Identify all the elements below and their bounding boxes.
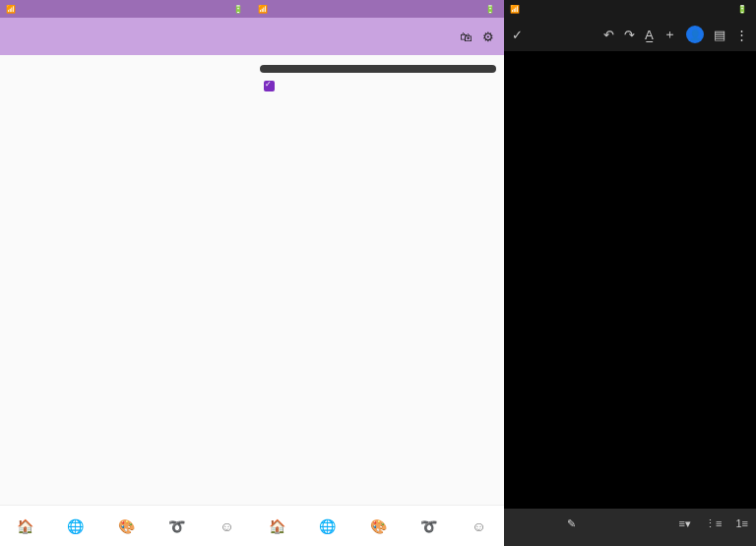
nav-emoji[interactable]: ☺	[454, 506, 504, 546]
gear-icon[interactable]: ⚙	[482, 30, 494, 44]
ui-content[interactable]	[252, 55, 504, 505]
bottom-nav: 🏠 🌐 🎨 ➰ ☺	[0, 505, 252, 546]
store-icon[interactable]: 🛍	[460, 30, 472, 44]
editor-screen: 📶 🔋 ✓ ↶ ↷ A̲ ＋ 👤 ▤ ⋮ ✎ ≡▾ ⋮≡ 1≡	[504, 0, 756, 546]
redo-icon[interactable]: ↷	[624, 28, 635, 42]
highlight-icon[interactable]: ✎	[567, 517, 576, 530]
comment-icon[interactable]: ▤	[714, 28, 725, 42]
nav-home[interactable]: 🏠	[0, 506, 50, 546]
ui-screen: 📶 🔋 🛍 ⚙ 🏠 🌐 🎨 ➰ ☺	[252, 0, 504, 546]
settings-list[interactable]	[0, 55, 252, 505]
battery-icon: 🔋	[485, 5, 495, 14]
text-format-icon[interactable]: A̲	[645, 28, 654, 42]
nav-globe[interactable]: 🌐	[50, 506, 100, 546]
theme-match-checkbox[interactable]	[252, 77, 504, 95]
status-bar: 📶 🔋	[252, 0, 504, 18]
battery-icon: 🔋	[737, 5, 747, 14]
number-list-icon[interactable]: 1≡	[735, 517, 748, 529]
app-pills	[252, 99, 504, 107]
bottom-nav: 🏠 🌐 🎨 ➰ ☺	[252, 505, 504, 546]
nav-palette[interactable]: 🎨	[100, 506, 151, 546]
nav-globe[interactable]: 🌐	[302, 506, 352, 546]
signal-icon: 📶	[258, 5, 268, 14]
app-bar	[0, 18, 252, 55]
keyboard-preview	[260, 65, 496, 73]
status-bar: 📶 🔋	[504, 0, 756, 18]
status-bar: 📶 🔋	[0, 0, 252, 18]
nav-palette[interactable]: 🎨	[352, 506, 403, 546]
align-icon[interactable]: ≡▾	[679, 517, 691, 530]
battery-icon: 🔋	[233, 5, 243, 14]
theme-row	[252, 107, 504, 115]
share-person-icon[interactable]: 👤	[686, 26, 704, 43]
bullet-list-icon[interactable]: ⋮≡	[705, 517, 722, 530]
settings-screen: 📶 🔋 🏠 🌐 🎨 ➰ ☺	[0, 0, 252, 546]
theme-row	[252, 115, 504, 123]
text-editor[interactable]	[504, 51, 756, 509]
format-bar: ✎ ≡▾ ⋮≡ 1≡	[504, 509, 756, 538]
nav-home[interactable]: 🏠	[252, 506, 302, 546]
signal-icon: 📶	[6, 5, 16, 14]
app-bar: 🛍 ⚙	[252, 18, 504, 55]
check-icon[interactable]: ✓	[512, 28, 523, 42]
nav-emoji[interactable]: ☺	[202, 506, 252, 546]
editor-toolbar: ✓ ↶ ↷ A̲ ＋ 👤 ▤ ⋮	[504, 18, 756, 51]
keyboard[interactable]	[504, 538, 756, 546]
nav-gesture[interactable]: ➰	[404, 506, 454, 546]
more-icon[interactable]: ⋮	[735, 28, 748, 42]
signal-icon: 📶	[510, 5, 520, 14]
add-icon[interactable]: ＋	[663, 26, 676, 43]
checkbox-icon	[264, 81, 275, 91]
undo-icon[interactable]: ↶	[603, 28, 614, 42]
nav-gesture[interactable]: ➰	[152, 506, 202, 546]
